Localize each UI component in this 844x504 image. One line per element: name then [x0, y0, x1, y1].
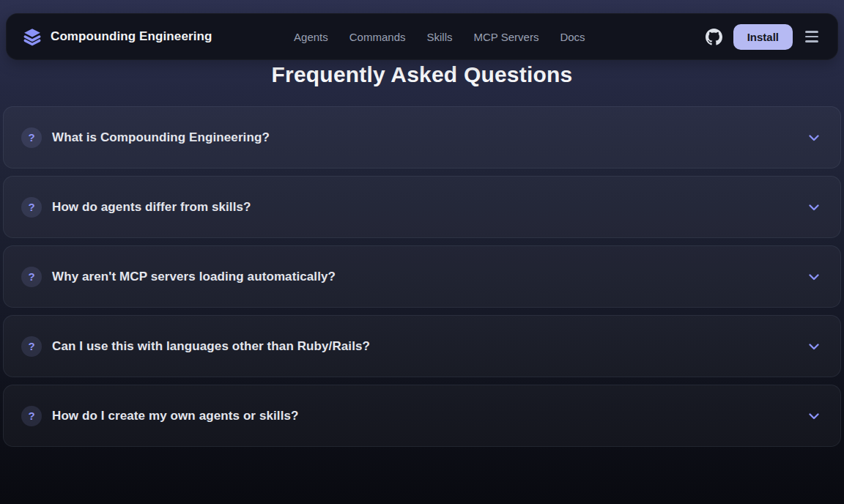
- faq-item-3[interactable]: ? Why aren't MCP servers loading automat…: [3, 245, 841, 308]
- nav-link-docs[interactable]: Docs: [560, 31, 585, 43]
- hamburger-menu-icon[interactable]: [802, 28, 821, 45]
- navbar: Compounding Engineering Agents Commands …: [6, 13, 838, 60]
- question-mark-icon: ?: [21, 127, 42, 148]
- faq-question: How do I create my own agents or skills?: [52, 409, 299, 423]
- faq-item-1[interactable]: ? What is Compounding Engineering?: [3, 106, 841, 168]
- chevron-down-icon: [807, 200, 821, 215]
- nav-link-agents[interactable]: Agents: [294, 31, 328, 43]
- chevron-down-icon: [807, 339, 821, 354]
- chevron-down-icon: [807, 130, 821, 145]
- faq-question: Can I use this with languages other than…: [52, 339, 370, 354]
- faq-item-5[interactable]: ? How do I create my own agents or skill…: [3, 385, 841, 447]
- nav-link-skills[interactable]: Skills: [426, 31, 452, 43]
- brand-title: Compounding Engineering: [51, 29, 212, 44]
- github-icon[interactable]: [706, 29, 722, 45]
- faq-question: Why aren't MCP servers loading automatic…: [52, 270, 336, 284]
- faq-question: How do agents differ from skills?: [52, 200, 251, 215]
- question-mark-icon: ?: [21, 267, 42, 287]
- faq-list: ? What is Compounding Engineering? ? How…: [0, 106, 844, 447]
- nav-link-commands[interactable]: Commands: [349, 31, 406, 43]
- layers-icon: [23, 27, 42, 46]
- faq-section: Frequently Asked Questions ? What is Com…: [0, 62, 844, 447]
- chevron-down-icon: [807, 409, 821, 423]
- navbar-actions: Install: [706, 24, 821, 50]
- page-title: Frequently Asked Questions: [0, 62, 844, 88]
- nav-link-mcp-servers[interactable]: MCP Servers: [474, 31, 539, 43]
- question-mark-icon: ?: [21, 197, 42, 218]
- question-mark-icon: ?: [21, 406, 42, 426]
- install-button[interactable]: Install: [733, 24, 793, 50]
- faq-item-2[interactable]: ? How do agents differ from skills?: [3, 176, 841, 238]
- brand[interactable]: Compounding Engineering: [23, 27, 212, 46]
- question-mark-icon: ?: [21, 336, 42, 357]
- chevron-down-icon: [807, 270, 821, 284]
- faq-question: What is Compounding Engineering?: [52, 130, 270, 145]
- faq-item-4[interactable]: ? Can I use this with languages other th…: [3, 315, 841, 377]
- nav-links: Agents Commands Skills MCP Servers Docs: [294, 31, 585, 43]
